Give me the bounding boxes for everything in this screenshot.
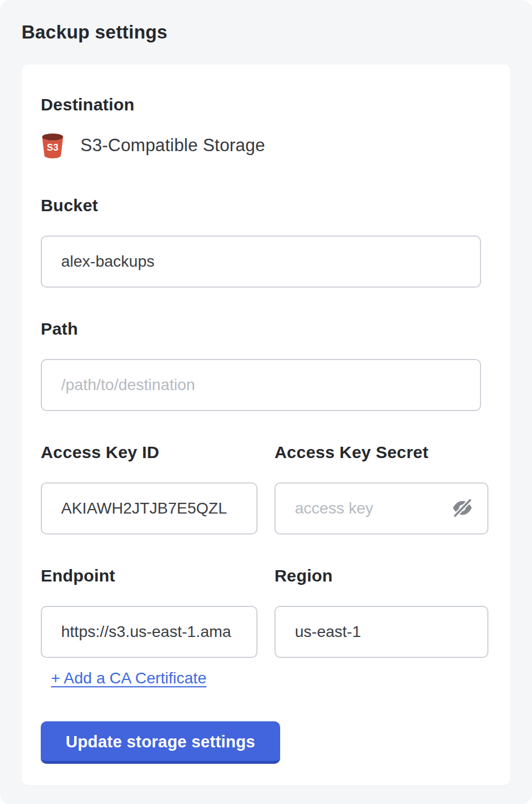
storage-settings-card: Destination S3 S3-Compatible Storage Buc… bbox=[22, 65, 510, 785]
toggle-secret-visibility-button[interactable] bbox=[449, 495, 476, 522]
destination-label: Destination bbox=[41, 95, 481, 114]
eye-off-icon bbox=[451, 497, 474, 521]
access-key-id-input[interactable] bbox=[41, 482, 258, 534]
endpoint-label: Endpoint bbox=[41, 566, 258, 585]
path-input[interactable] bbox=[41, 359, 481, 411]
region-label: Region bbox=[274, 566, 488, 585]
bucket-field-group: Bucket bbox=[41, 196, 481, 288]
update-storage-settings-button[interactable]: Update storage settings bbox=[41, 721, 280, 764]
access-key-secret-input-wrap bbox=[274, 482, 488, 534]
access-key-id-label: Access Key ID bbox=[41, 443, 258, 462]
access-key-row: Access Key ID Access Key Secret bbox=[41, 443, 481, 534]
page-title: Backup settings bbox=[22, 22, 510, 43]
bucket-input[interactable] bbox=[41, 236, 481, 288]
endpoint-input[interactable] bbox=[41, 606, 258, 658]
destination-value: S3-Compatible Storage bbox=[80, 135, 265, 156]
endpoint-region-row: Endpoint Region bbox=[41, 566, 481, 658]
s3-bucket-icon: S3 bbox=[41, 132, 65, 159]
bucket-label: Bucket bbox=[41, 196, 481, 215]
path-label: Path bbox=[41, 319, 481, 339]
access-key-secret-field-group: Access Key Secret bbox=[274, 443, 488, 534]
region-input[interactable] bbox=[274, 606, 488, 658]
region-field-group: Region bbox=[274, 566, 488, 658]
access-key-secret-label: Access Key Secret bbox=[274, 443, 488, 462]
destination-row: S3 S3-Compatible Storage bbox=[41, 132, 481, 159]
endpoint-field-group: Endpoint bbox=[41, 566, 258, 658]
path-field-group: Path bbox=[41, 319, 481, 411]
svg-text:S3: S3 bbox=[47, 142, 58, 153]
backup-settings-page: Backup settings Destination S3 S3-Compat… bbox=[0, 0, 532, 804]
access-key-id-field-group: Access Key ID bbox=[41, 443, 258, 534]
add-ca-certificate-link[interactable]: + Add a CA Certificate bbox=[51, 669, 207, 687]
